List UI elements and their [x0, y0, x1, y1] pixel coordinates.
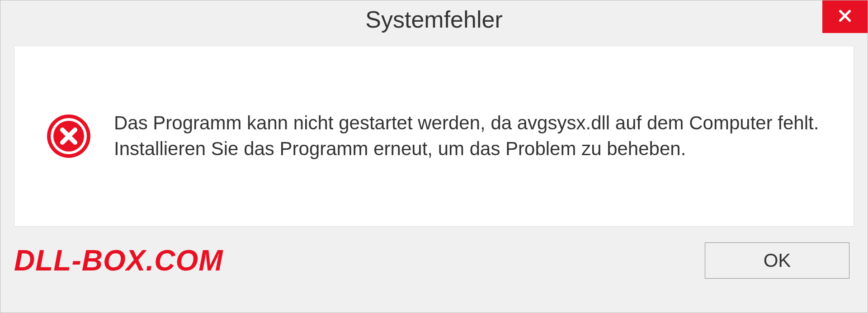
- watermark-text: DLL-BOX.COM: [14, 244, 223, 277]
- error-icon: [46, 114, 91, 159]
- titlebar: Systemfehler: [0, 0, 868, 41]
- content-panel: Das Programm kann nicht gestartet werden…: [14, 46, 854, 227]
- dialog-title: Systemfehler: [365, 6, 502, 33]
- close-icon: [837, 8, 853, 26]
- footer: DLL-BOX.COM OK: [0, 227, 868, 294]
- close-button[interactable]: [822, 0, 868, 33]
- error-dialog: Systemfehler Das Programm kann nicht ges…: [0, 0, 868, 313]
- ok-button[interactable]: OK: [705, 242, 849, 279]
- error-message: Das Programm kann nicht gestartet werden…: [114, 110, 822, 161]
